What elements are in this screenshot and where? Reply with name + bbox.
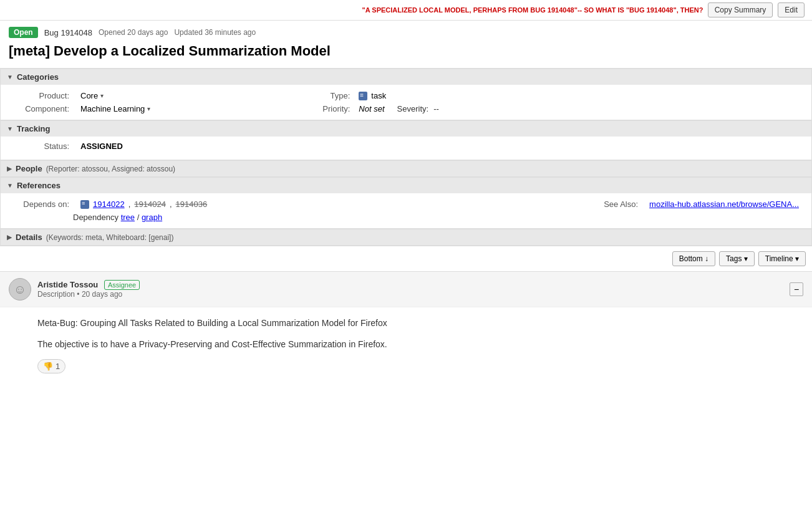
avatar: ☺ xyxy=(9,278,31,301)
see-also-link[interactable]: mozilla-hub.atlassian.net/browse/GENA... xyxy=(649,200,799,209)
comment-section: ☺ Aristide Tossou Assignee Description •… xyxy=(0,271,812,382)
depends-label: Depends on: xyxy=(13,200,69,209)
component-dropdown-arrow[interactable]: ▾ xyxy=(147,105,150,112)
tracking-triangle: ▼ xyxy=(7,125,13,132)
bug-meta-line: Open Bug 1914048 Opened 20 days ago Upda… xyxy=(9,27,803,38)
details-triangle: ▶ xyxy=(7,234,12,241)
component-field: Component: Machine Learning ▾ xyxy=(13,104,150,113)
warning-text: "A SPECIALIZED LOCAL MODEL, PERHAPS FROM… xyxy=(357,6,707,14)
priority-label: Priority: xyxy=(312,104,350,113)
avatar-icon: ☺ xyxy=(14,282,26,297)
top-bar-actions: Copy Summary Edit xyxy=(708,2,805,17)
severity-label: Severity: xyxy=(397,104,429,113)
details-header[interactable]: ▶ Details (Keywords: meta, Whiteboard: [… xyxy=(1,229,811,245)
see-also-label: See Also: xyxy=(601,200,638,209)
references-triangle: ▼ xyxy=(7,182,13,189)
people-subtext: (Reporter: atossou, Assigned: atossou) xyxy=(46,165,175,173)
edit-button[interactable]: Edit xyxy=(778,2,805,17)
dep-tree-label: Dependency xyxy=(73,213,118,222)
status-value: ASSIGNED xyxy=(80,142,123,151)
categories-triangle: ▼ xyxy=(7,74,13,80)
references-section: ▼ References Depends on: 1914022 , 19140… xyxy=(0,177,812,229)
dep-graph-link[interactable]: graph xyxy=(142,213,162,222)
type-icon xyxy=(359,92,367,100)
product-label: Product: xyxy=(13,91,69,100)
type-field: Type: task xyxy=(312,91,438,100)
dep2-link[interactable]: 1914024 xyxy=(134,200,166,209)
component-label: Component: xyxy=(13,104,69,113)
comment-body-p2: The objective is to have a Privacy-Prese… xyxy=(37,337,803,351)
dep-icon xyxy=(80,200,89,209)
timeline-button[interactable]: Timeline ▾ xyxy=(758,251,806,266)
tracking-header[interactable]: ▼ Tracking xyxy=(1,120,811,137)
assignee-badge: Assignee xyxy=(104,280,140,290)
details-label: Details xyxy=(16,233,42,242)
references-content: Depends on: 1914022 , 1914024 , 1914036 … xyxy=(1,193,811,228)
status-field: Status: ASSIGNED xyxy=(13,142,799,151)
people-section: ▶ People (Reporter: atossou, Assigned: a… xyxy=(0,160,812,177)
product-dropdown-arrow[interactable]: ▾ xyxy=(100,92,104,99)
comment-header: ☺ Aristide Tossou Assignee Description •… xyxy=(0,272,812,307)
copy-summary-button[interactable]: Copy Summary xyxy=(708,2,773,17)
comment-user-info: Aristide Tossou Assignee Description • 2… xyxy=(37,280,783,299)
bug-id: Bug 1914048 xyxy=(44,28,92,37)
comment-subtitle: Description • 20 days ago xyxy=(37,290,783,299)
bug-header: Open Bug 1914048 Opened 20 days ago Upda… xyxy=(0,21,812,69)
top-bar: "A SPECIALIZED LOCAL MODEL, PERHAPS FROM… xyxy=(0,0,812,21)
refs-right: See Also: mozilla-hub.atlassian.net/brow… xyxy=(601,200,799,222)
collapse-button[interactable]: − xyxy=(790,282,803,296)
component-value[interactable]: Machine Learning xyxy=(80,104,145,113)
refs-left: Depends on: 1914022 , 1914024 , 1914036 … xyxy=(13,200,207,222)
cat-left: Product: Core ▾ Component: Machine Learn… xyxy=(13,91,150,113)
type-value[interactable]: task xyxy=(371,91,386,100)
comment-body-p1: Meta-Bug: Grouping All Tasks Related to … xyxy=(37,316,803,330)
tracking-label: Tracking xyxy=(17,124,50,133)
see-also-row: See Also: mozilla-hub.atlassian.net/brow… xyxy=(601,200,799,209)
categories-section: ▼ Categories Product: Core ▾ Component: … xyxy=(0,69,812,120)
bug-opened: Opened 20 days ago xyxy=(99,28,168,37)
categories-label: Categories xyxy=(17,72,59,82)
priority-value: Not set xyxy=(359,104,384,113)
dep-comma2: , xyxy=(170,200,172,209)
status-badge: Open xyxy=(9,27,38,38)
dep-separator: / xyxy=(137,213,142,222)
thumbsdown-button[interactable]: 👎 1 xyxy=(37,359,65,373)
references-header[interactable]: ▼ References xyxy=(1,177,811,193)
thumbsdown-icon: 👎 xyxy=(43,362,53,371)
categories-header[interactable]: ▼ Categories xyxy=(1,69,811,85)
bug-updated: Updated 36 minutes ago xyxy=(174,28,256,37)
dep-tree-link[interactable]: tree xyxy=(121,213,135,222)
details-section: ▶ Details (Keywords: meta, Whiteboard: [… xyxy=(0,229,812,246)
thumbsdown-count: 1 xyxy=(56,362,60,371)
type-label: Type: xyxy=(312,91,350,100)
depends-row: Depends on: 1914022 , 1914024 , 1914036 xyxy=(13,200,207,209)
comment-username-line: Aristide Tossou Assignee xyxy=(37,280,783,290)
dep-tree-graph-row: Dependency tree / graph xyxy=(73,213,207,222)
status-label: Status: xyxy=(13,142,69,151)
product-value[interactable]: Core xyxy=(80,91,98,100)
product-field: Product: Core ▾ xyxy=(13,91,150,100)
cat-right: Type: task Priority: Not set Severity: -… xyxy=(312,91,438,113)
tags-button[interactable]: Tags ▾ xyxy=(719,251,755,266)
comment-body: Meta-Bug: Grouping All Tasks Related to … xyxy=(0,307,812,382)
severity-value: -- xyxy=(433,104,439,113)
toolbar-row: Bottom ↓ Tags ▾ Timeline ▾ xyxy=(0,246,812,271)
priority-severity-field: Priority: Not set Severity: -- xyxy=(312,104,438,113)
details-subtext: (Keywords: meta, Whiteboard: [genai]) xyxy=(46,233,174,242)
categories-content: Product: Core ▾ Component: Machine Learn… xyxy=(1,85,811,120)
dep1-link[interactable]: 1914022 xyxy=(93,200,125,209)
dep-comma1: , xyxy=(128,200,131,209)
tracking-section: ▼ Tracking Status: ASSIGNED xyxy=(0,120,812,160)
bottom-button[interactable]: Bottom ↓ xyxy=(672,251,715,266)
bug-title: [meta] Develop a Localized Summarization… xyxy=(9,43,803,59)
comment-username: Aristide Tossou xyxy=(37,280,98,289)
people-label: People xyxy=(16,164,42,173)
dep3-link[interactable]: 1914036 xyxy=(176,200,208,209)
people-header[interactable]: ▶ People (Reporter: atossou, Assigned: a… xyxy=(1,160,811,176)
tracking-content: Status: ASSIGNED xyxy=(1,137,811,160)
references-label: References xyxy=(17,181,60,190)
people-triangle: ▶ xyxy=(7,165,12,172)
